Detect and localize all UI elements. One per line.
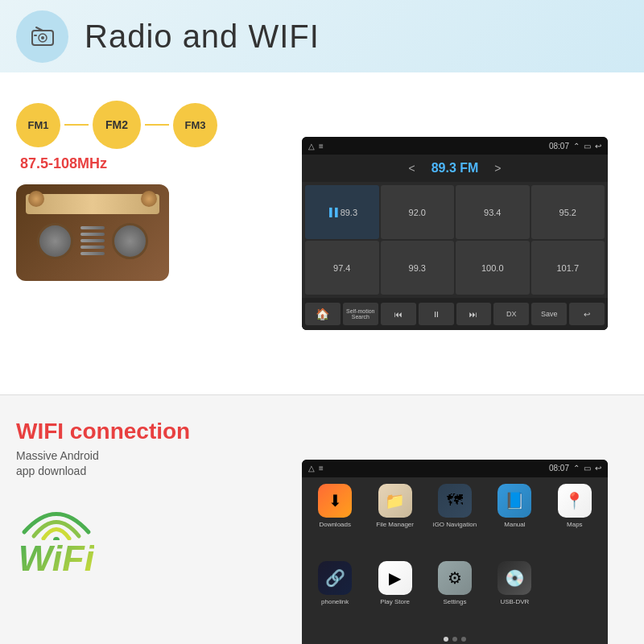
radio-knob-right <box>141 191 157 207</box>
wifi-word: WiFi <box>19 540 95 576</box>
app-icon-img-filemanager: 📁 <box>378 484 412 518</box>
app-icon-igo[interactable]: 🗺iGO Navigation <box>428 484 481 555</box>
top-right-panel: △ ≡ 08:07 ⌃ ▭ ↩ < 89.3 FM > <box>266 72 644 394</box>
app-device-screen: △ ≡ 08:07 ⌃ ▭ ↩ ⬇Downloads📁File Manager🗺… <box>302 460 608 645</box>
fm1-bubble: FM1 <box>16 103 60 147</box>
pause-btn[interactable]: ⏸ <box>419 303 454 325</box>
fm-line-1 <box>64 124 89 126</box>
app-status-right: 08:07 ⌃ ▭ ↩ <box>549 464 601 473</box>
battery-icon: ▭ <box>584 142 591 151</box>
menu-icon-small: ≡ <box>319 142 324 151</box>
time-display: 08:07 <box>549 142 569 151</box>
app-menu-icon: ≡ <box>319 464 324 473</box>
radio-controls: 🏠 Self-motionSearch ⏮ ⏸ ⏭ DX Save ↩ <box>302 298 608 330</box>
next-station-btn[interactable]: > <box>494 162 501 175</box>
app-status-bar: △ ≡ 08:07 ⌃ ▭ ↩ <box>302 460 608 477</box>
app-icon-label-settings: Settings <box>444 598 467 606</box>
svg-rect-4 <box>34 35 37 36</box>
dot-2 <box>452 637 457 642</box>
radio-screen-content: < 89.3 FM > ▐▐89.392.093.495.297.499.310… <box>302 155 608 330</box>
app-icon-label-playstore: Play Store <box>380 598 410 606</box>
app-icon-phonelink[interactable]: 🔗phonelink <box>308 561 361 632</box>
app-icon-img-dvr: 💿 <box>497 561 531 595</box>
top-section: FM1 FM2 FM3 87.5-108MHz <box>0 72 644 394</box>
wifi-arcs-svg <box>16 492 97 540</box>
back-icon: ↩ <box>595 142 601 151</box>
radio-image <box>16 184 169 281</box>
bottom-left-panel: WIFI connection Massive Androidapp downl… <box>0 395 266 644</box>
wifi-subtitle: Massive Androidapp download <box>16 448 99 480</box>
self-motion-btn[interactable]: Self-motionSearch <box>343 303 378 325</box>
app-wifi-icon: ⌃ <box>573 464 580 473</box>
top-left-panel: FM1 FM2 FM3 87.5-108MHz <box>0 72 266 394</box>
radio-grille <box>37 223 148 259</box>
status-right: 08:07 ⌃ ▭ ↩ <box>549 142 601 151</box>
radio-knob-left <box>28 191 44 207</box>
dot-1 <box>444 637 448 642</box>
current-freq-display: 89.3 FM <box>431 161 479 175</box>
radio-status-bar: △ ≡ 08:07 ⌃ ▭ ↩ <box>302 137 608 155</box>
fm-section: FM1 FM2 FM3 <box>16 101 217 149</box>
app-battery-icon: ▭ <box>584 464 591 473</box>
preset-btn-6[interactable]: 100.0 <box>456 241 530 295</box>
app-screen-content: ⬇Downloads📁File Manager🗺iGO Navigation📘M… <box>302 477 608 645</box>
home-ctrl-btn[interactable]: 🏠 <box>305 303 341 325</box>
preset-btn-0[interactable]: ▐▐89.3 <box>305 185 379 239</box>
app-icon-img-igo: 🗺 <box>438 484 472 518</box>
preset-btn-4[interactable]: 97.4 <box>305 241 379 295</box>
app-icon-maps[interactable]: 📍Maps <box>548 484 601 555</box>
header-title: Radio and WIFI <box>85 19 320 55</box>
app-icon-label-phonelink: phonelink <box>321 598 349 606</box>
app-icon-img-manual: 📘 <box>497 484 531 518</box>
app-grid: ⬇Downloads📁File Manager🗺iGO Navigation📘M… <box>308 484 601 632</box>
preset-btn-1[interactable]: 92.0 <box>381 185 455 239</box>
preset-btn-2[interactable]: 93.4 <box>456 185 530 239</box>
fm3-bubble: FM3 <box>173 103 217 147</box>
app-icon-manual[interactable]: 📘Manual <box>488 484 541 555</box>
fm2-bubble: FM2 <box>93 101 141 149</box>
app-icon-label-manual: Manual <box>504 521 525 529</box>
app-icon-label-igo: iGO Navigation <box>433 521 477 529</box>
preset-btn-5[interactable]: 99.3 <box>381 241 455 295</box>
home-icon-small: △ <box>308 142 315 151</box>
app-icon-label-filemanager: File Manager <box>376 521 414 529</box>
app-icon-label-maps: Maps <box>567 521 583 529</box>
preset-btn-7[interactable]: 101.7 <box>531 241 605 295</box>
radio-icon-circle <box>16 10 68 63</box>
fm-line-2 <box>145 124 169 126</box>
prev-station-btn[interactable]: < <box>408 162 415 175</box>
app-icon-settings[interactable]: ⚙Settings <box>428 561 481 632</box>
next-track-btn[interactable]: ⏭ <box>456 303 492 325</box>
app-icon-img-phonelink: 🔗 <box>318 561 352 595</box>
dx-btn[interactable]: DX <box>493 303 529 325</box>
app-icon-img-maps: 📍 <box>558 484 592 518</box>
radio-speaker-right <box>112 223 148 259</box>
radio-presets-grid: ▐▐89.392.093.495.297.499.3100.0101.7 <box>302 182 608 298</box>
app-icon-img-settings: ⚙ <box>438 561 472 595</box>
app-icon-playstore[interactable]: ▶Play Store <box>368 561 421 632</box>
back-ctrl-btn[interactable]: ↩ <box>569 303 605 325</box>
app-icon-img-downloads: ⬇ <box>318 484 352 518</box>
radio-icon <box>26 19 60 53</box>
save-btn[interactable]: Save <box>531 303 567 325</box>
app-icon-img-playstore: ▶ <box>378 561 412 595</box>
wifi-status-icon: ⌃ <box>573 142 580 151</box>
app-status-left: △ ≡ <box>308 464 324 473</box>
radio-device-screen: △ ≡ 08:07 ⌃ ▭ ↩ < 89.3 FM > <box>302 137 608 330</box>
preset-btn-3[interactable]: 95.2 <box>531 185 605 239</box>
app-icon-filemanager[interactable]: 📁File Manager <box>368 484 421 555</box>
bottom-right-panel: △ ≡ 08:07 ⌃ ▭ ↩ ⬇Downloads📁File Manager🗺… <box>266 395 644 644</box>
header: Radio and WIFI <box>0 0 644 72</box>
status-left: △ ≡ <box>308 142 324 151</box>
radio-nav: < 89.3 FM > <box>302 155 608 182</box>
app-time-display: 08:07 <box>549 464 569 473</box>
app-icon-dvr[interactable]: 💿USB-DVR <box>488 561 541 632</box>
prev-track-btn[interactable]: ⏮ <box>381 303 416 325</box>
wifi-logo: WiFi <box>16 492 97 576</box>
bottom-section: WIFI connection Massive Androidapp downl… <box>0 394 644 644</box>
wifi-title: WIFI connection <box>16 419 190 444</box>
app-icon-label-downloads: Downloads <box>319 521 351 529</box>
svg-point-2 <box>41 36 44 39</box>
app-back-icon: ↩ <box>595 464 601 473</box>
app-icon-downloads[interactable]: ⬇Downloads <box>308 484 361 555</box>
